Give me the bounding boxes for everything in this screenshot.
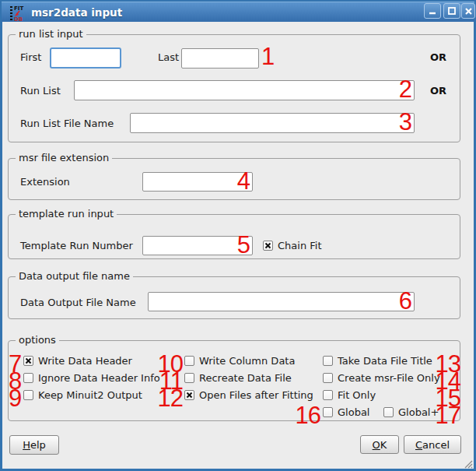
write-column-data-checkbox[interactable] <box>184 356 194 366</box>
checkmark-x-icon <box>25 357 32 364</box>
group-title-template-run-input: template run input <box>16 208 117 220</box>
write-data-header-label: Write Data Header <box>38 355 132 367</box>
recreate-data-file-checkbox[interactable] <box>184 373 194 383</box>
msr2data-app-icon: FIT DB <box>10 5 27 22</box>
fit-only-checkbox[interactable] <box>323 390 333 400</box>
global-label: Global <box>338 406 369 419</box>
annotation-9: 9 <box>9 386 21 410</box>
run-list-file-name-input[interactable] <box>130 113 415 133</box>
chain-fit-label: Chain Fit <box>278 240 322 252</box>
annotation-2: 2 <box>380 77 411 101</box>
global-plus-checkbox[interactable] <box>383 407 394 417</box>
or-label-1: OR <box>430 51 446 64</box>
write-column-data-label: Write Column Data <box>199 355 295 367</box>
run-list-input[interactable] <box>74 80 415 100</box>
help-button[interactable]: Help <box>9 435 59 455</box>
group-title-run-list-input: run list input <box>16 28 86 40</box>
recreate-data-file-label: Recreate Data File <box>199 372 292 385</box>
first-run-input[interactable] <box>50 47 121 69</box>
keep-minuit2-output-label: Keep Minuit2 Output <box>38 389 142 402</box>
group-title-data-output-file-name: Data output file name <box>16 270 133 282</box>
annotation-3: 3 <box>380 110 411 134</box>
maximize-button[interactable] <box>443 3 460 19</box>
resize-grip-icon[interactable] <box>462 457 473 468</box>
annotation-16: 16 <box>286 403 320 427</box>
annotation-5: 5 <box>222 233 250 257</box>
global-checkbox[interactable] <box>323 407 333 417</box>
take-data-file-title-label: Take Data File Title <box>338 355 432 367</box>
fit-only-label: Fit Only <box>338 389 376 402</box>
run-list-file-name-label: Run List File Name <box>20 118 114 130</box>
run-list-label: Run List <box>20 85 61 97</box>
annotation-6: 6 <box>380 289 411 313</box>
cancel-button[interactable]: Cancel <box>404 435 461 454</box>
annotation-12: 12 <box>140 386 183 410</box>
close-button[interactable] <box>461 3 475 19</box>
data-output-file-name-label: Data Output File Name <box>20 297 136 309</box>
svg-text:FIT: FIT <box>14 5 23 12</box>
group-title-options: options <box>16 334 59 346</box>
annotation-4: 4 <box>222 169 250 193</box>
title-bar[interactable]: FIT DB msr2data input <box>2 2 474 22</box>
checkmark-x-icon <box>186 392 193 399</box>
create-msr-file-only-label: Create msr-File Only <box>338 372 440 385</box>
checkmark-x-icon <box>264 242 271 249</box>
ignore-data-header-info-checkbox[interactable] <box>23 373 33 383</box>
annotation-1: 1 <box>261 44 274 69</box>
window-title: msr2data input <box>31 6 122 19</box>
data-output-file-name-input[interactable] <box>148 292 415 311</box>
open-files-after-fitting-label: Open Files after Fitting <box>199 389 313 402</box>
create-msr-file-only-checkbox[interactable] <box>323 373 333 383</box>
open-files-after-fitting-checkbox[interactable] <box>184 390 194 400</box>
minimize-button[interactable] <box>424 3 441 19</box>
group-title-msr-file-extension: msr file extension <box>16 152 112 163</box>
keep-minuit2-output-checkbox[interactable] <box>23 390 33 400</box>
extension-label: Extension <box>20 176 70 188</box>
template-run-number-label: Template Run Number <box>20 240 133 252</box>
first-label: First <box>20 51 41 64</box>
write-data-header-checkbox[interactable] <box>23 356 33 366</box>
annotation-17: 17 <box>432 403 460 427</box>
last-label: Last <box>158 51 179 64</box>
ok-button[interactable]: OK <box>360 435 399 454</box>
msr2data-dialog-window: FIT DB msr2data input run list input Fir… <box>0 0 476 471</box>
last-run-input[interactable] <box>181 48 259 69</box>
chain-fit-checkbox[interactable] <box>263 241 273 251</box>
svg-text:DB: DB <box>14 16 23 22</box>
take-data-file-title-checkbox[interactable] <box>323 356 333 366</box>
or-label-2: OR <box>430 85 446 97</box>
